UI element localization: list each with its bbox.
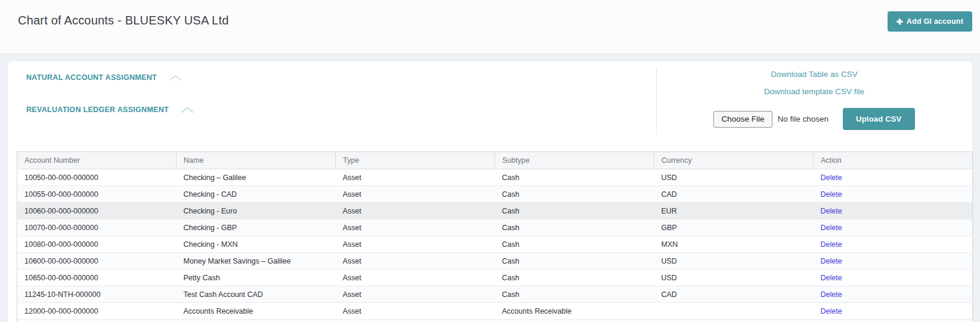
- cell-subtype: Cash: [495, 286, 654, 303]
- delete-link[interactable]: Delete: [821, 190, 842, 199]
- page-title: Chart of Accounts - BLUESKY USA Ltd: [18, 14, 228, 27]
- section-revaluation-ledger-assignment[interactable]: REVALUATION LEDGER ASSIGNMENT: [26, 106, 194, 114]
- table-row[interactable]: 10600-00-000-000000Money Market Savings …: [17, 253, 973, 270]
- csv-controls: Download Table as CSV Download template …: [656, 67, 972, 130]
- cell-account-number: 10080-00-000-000000: [17, 236, 177, 253]
- cell-action: Delete: [814, 203, 973, 219]
- download-template-csv-link[interactable]: Download template CSV file: [764, 87, 864, 96]
- cell-name: Checking – Galilee: [177, 169, 336, 186]
- table-header-row: Account NumberNameTypeSubtypeCurrencyAct…: [17, 152, 973, 169]
- cell-type: Asset: [336, 186, 495, 203]
- add-gl-account-button[interactable]: ✚ Add Gl account: [888, 11, 972, 32]
- column-header-subtype: Subtype: [495, 152, 654, 169]
- cell-name: Checking - MXN: [177, 236, 336, 253]
- cell-subtype: Cash: [495, 253, 654, 270]
- cell-account-number: 10070-00-000-000000: [17, 219, 177, 236]
- cell-currency: GBP: [654, 219, 814, 236]
- cell-subtype: Cash: [495, 236, 654, 253]
- cell-currency: USD: [654, 270, 814, 286]
- cell-account-number: 10050-00-000-000000: [17, 169, 177, 186]
- cell-currency: USD: [654, 169, 814, 186]
- cell-name: Checking - Euro: [177, 203, 336, 219]
- cell-name: Petty Cash: [177, 270, 336, 286]
- cell-type: Asset: [336, 203, 495, 219]
- cell-account-number: 11245-10-NTH-000000: [17, 286, 177, 303]
- cell-currency: CAD: [654, 186, 814, 203]
- table-row-partial: [17, 320, 973, 322]
- cell-action: Delete: [814, 169, 973, 186]
- cell-type: Asset: [336, 169, 495, 186]
- download-table-csv-link[interactable]: Download Table as CSV: [771, 70, 857, 79]
- delete-link[interactable]: Delete: [821, 307, 842, 315]
- add-gl-account-label: Add Gl account: [907, 17, 963, 26]
- chevron-up-icon: [181, 106, 194, 113]
- cell-currency: [654, 303, 814, 320]
- table-row[interactable]: 10060-00-000-000000Checking - EuroAssetC…: [17, 203, 973, 219]
- table-row[interactable]: 10080-00-000-000000Checking - MXNAssetCa…: [17, 236, 973, 253]
- column-header-currency: Currency: [654, 152, 814, 169]
- cell-action: Delete: [814, 286, 973, 303]
- accounts-table-body: 10050-00-000-000000Checking – GalileeAss…: [17, 169, 973, 322]
- upload-csv-button[interactable]: Upload CSV: [843, 108, 914, 130]
- cell-currency: USD: [654, 253, 814, 270]
- cell-name: Checking - CAD: [177, 186, 336, 203]
- cell-type: Asset: [336, 253, 495, 270]
- delete-link[interactable]: Delete: [821, 224, 842, 232]
- table-row[interactable]: 10050-00-000-000000Checking – GalileeAss…: [17, 169, 973, 186]
- file-chosen-status: No file chosen: [778, 114, 829, 123]
- table-row[interactable]: 12000-00-000-000000Accounts ReceivableAs…: [17, 303, 973, 320]
- section-natural-account-assignment[interactable]: NATURAL ACCOUNT ASSIGNMENT: [26, 73, 182, 82]
- cell-type: Asset: [336, 219, 495, 236]
- cell-action: Delete: [814, 236, 973, 253]
- cell-name: Money Market Savings – Galilee: [177, 253, 336, 270]
- table-row[interactable]: 10650-00-000-000000Petty CashAssetCashUS…: [17, 270, 973, 286]
- cell-action: Delete: [814, 186, 973, 203]
- cell-currency: MXN: [654, 236, 814, 253]
- table-row[interactable]: 10070-00-000-000000Checking - GBPAssetCa…: [17, 219, 973, 236]
- csv-upload-row: Choose File No file chosen Upload CSV: [713, 108, 914, 130]
- section-label: NATURAL ACCOUNT ASSIGNMENT: [26, 73, 157, 82]
- cell-action: Delete: [814, 253, 973, 270]
- cell-account-number: 10055-00-000-000000: [17, 186, 177, 203]
- cell-name: Test Cash Account CAD: [177, 286, 336, 303]
- cell-subtype: Cash: [495, 270, 654, 286]
- delete-link[interactable]: Delete: [821, 174, 842, 182]
- cell-type: Asset: [336, 270, 495, 286]
- choose-file-button[interactable]: Choose File: [713, 111, 772, 128]
- cell-action: Delete: [814, 303, 973, 320]
- cell-action: Delete: [814, 219, 973, 236]
- delete-link[interactable]: Delete: [821, 207, 842, 215]
- cell-account-number: 12000-00-000-000000: [17, 303, 177, 320]
- table-row[interactable]: 10055-00-000-000000Checking - CADAssetCa…: [17, 186, 973, 203]
- cell-subtype: Cash: [495, 186, 654, 203]
- plus-icon: ✚: [896, 17, 903, 26]
- cell-account-number: 10650-00-000-000000: [17, 270, 177, 286]
- column-header-type: Type: [336, 152, 495, 169]
- cell-currency: CAD: [654, 286, 814, 303]
- delete-link[interactable]: Delete: [821, 257, 842, 265]
- cell-action: Delete: [814, 270, 973, 286]
- cell-type: Asset: [336, 236, 495, 253]
- cell-subtype: Cash: [495, 219, 654, 236]
- delete-link[interactable]: Delete: [821, 290, 842, 299]
- delete-link[interactable]: Delete: [821, 240, 842, 249]
- cell-name: Checking - GBP: [177, 219, 336, 236]
- column-header-name: Name: [177, 152, 336, 169]
- table-row[interactable]: 11245-10-NTH-000000Test Cash Account CAD…: [17, 286, 973, 303]
- column-header-action: Action: [814, 152, 973, 169]
- cell-subtype: Accounts Receivable: [495, 303, 654, 320]
- content-panel: NATURAL ACCOUNT ASSIGNMENT REVALUATION L…: [8, 61, 972, 322]
- chevron-up-icon: [169, 74, 182, 81]
- column-header-account-number: Account Number: [17, 152, 177, 169]
- cell-subtype: Cash: [495, 169, 654, 186]
- accounts-table-head: Account NumberNameTypeSubtypeCurrencyAct…: [17, 152, 973, 169]
- cell-type: Asset: [336, 286, 495, 303]
- cell-account-number: 10060-00-000-000000: [17, 203, 177, 219]
- cell-type: Asset: [336, 303, 495, 320]
- cell-empty: [17, 320, 973, 322]
- cell-subtype: Cash: [495, 203, 654, 219]
- section-label: REVALUATION LEDGER ASSIGNMENT: [26, 106, 169, 114]
- delete-link[interactable]: Delete: [821, 274, 842, 282]
- page-header: Chart of Accounts - BLUESKY USA Ltd ✚ Ad…: [0, 0, 980, 54]
- accounts-table: Account NumberNameTypeSubtypeCurrencyAct…: [17, 151, 973, 322]
